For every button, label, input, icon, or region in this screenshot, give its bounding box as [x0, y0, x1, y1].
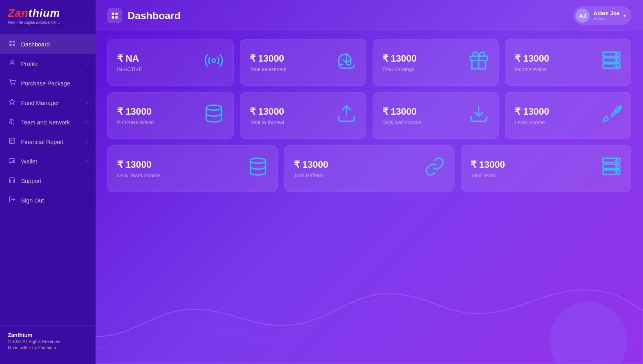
svg-point-5 — [11, 85, 12, 85]
user-badge[interactable]: AJ Adam Joe Admin ▾ — [573, 6, 631, 25]
handshake-icon — [336, 50, 357, 75]
wallet-icon — [8, 157, 16, 165]
logo: Zanthium Feel The Digital Experience ... — [0, 0, 96, 30]
chevron-right-icon3: › — [86, 119, 88, 125]
card-value-total-withdrawal: ₹ 13000 — [250, 106, 284, 117]
chevron-right-icon4: › — [86, 139, 88, 144]
user-name: Adam Joe — [593, 10, 620, 16]
svg-point-29 — [250, 158, 266, 163]
sidebar-label-financial: Financial Report — [21, 138, 64, 145]
chevron-right-icon2: › — [86, 100, 88, 105]
card-total-referral: ₹ 13000 Total Refferal — [284, 145, 455, 192]
logo-text: Zanthium — [8, 7, 88, 20]
user-role: Admin — [593, 16, 620, 21]
svg-rect-15 — [112, 16, 114, 19]
card-value-total-team: ₹ 13000 — [471, 159, 505, 170]
logo-tagline: Feel The Digital Experience ... — [8, 20, 88, 25]
card-value-income-wallet: ₹ 13000 — [515, 53, 549, 64]
header-grid-icon — [107, 8, 122, 23]
svg-point-26 — [206, 105, 221, 110]
database-icon — [204, 103, 224, 128]
sidebar-label-profile: Profile — [21, 60, 38, 67]
card-value-total-referral: ₹ 13000 — [294, 159, 328, 170]
chevron-right-icon5: › — [86, 158, 88, 164]
footer-copyright: © 2022 All Rights Reserved — [8, 339, 88, 344]
svg-point-17 — [212, 59, 215, 62]
upload-icon — [336, 103, 357, 128]
svg-rect-14 — [115, 13, 118, 15]
header-left: Dashboard — [107, 8, 181, 23]
sidebar-item-fund-manager[interactable]: Fund Manager › — [0, 93, 96, 112]
dashboard-content: ₹ NA IN-ACTIVE ₹ 13000 Total Investment — [96, 31, 643, 364]
cards-row-3: ₹ 13000 Daily Team Income ₹ 13000 Total … — [107, 145, 631, 192]
card-level-income: ₹ 13000 Level Income — [505, 92, 631, 139]
svg-point-4 — [11, 60, 13, 63]
card-label-level-income: Level Income — [515, 119, 549, 125]
header: Dashboard AJ Adam Joe Admin ▾ — [96, 0, 643, 31]
card-label-total-team: Total Team — [471, 172, 505, 178]
svg-rect-3 — [13, 44, 15, 46]
rocket-icon — [601, 103, 622, 128]
sidebar-item-dashboard[interactable]: Dashboard — [0, 34, 96, 54]
profile-icon — [8, 59, 16, 68]
sidebar-item-purchase-package[interactable]: Purchase Package — [0, 73, 96, 93]
card-value-daily-team-income: ₹ 13000 — [117, 159, 160, 170]
cylinder-icon — [248, 156, 268, 181]
page-title: Dashboard — [128, 10, 181, 22]
footer-made: Made with ♥ by Zanthium — [8, 345, 88, 350]
card-label-total-referral: Total Refferal — [294, 172, 328, 178]
card-label-total-earnings: Total Earnings — [382, 66, 417, 72]
sidebar-item-wallet[interactable]: Wallet › — [0, 151, 96, 171]
purchase-icon — [8, 79, 16, 87]
main-content: Dashboard AJ Adam Joe Admin ▾ ₹ NA IN-AC… — [96, 0, 643, 364]
chevron-down-icon: ▾ — [623, 13, 626, 18]
svg-point-24 — [616, 59, 617, 60]
svg-point-6 — [14, 85, 15, 85]
card-value-in-active: ₹ NA — [117, 53, 142, 64]
podcast-icon — [204, 50, 224, 75]
avatar: AJ — [576, 9, 590, 23]
svg-point-33 — [616, 160, 617, 161]
sidebar-label-dashboard: Dashboard — [21, 41, 50, 48]
sidebar-label-purchase: Purchase Package — [21, 80, 70, 87]
svg-point-9 — [13, 120, 14, 121]
card-total-investment: ₹ 13000 Total Investment — [240, 39, 366, 86]
sidebar: Zanthium Feel The Digital Experience ...… — [0, 0, 96, 364]
sidebar-label-fund: Fund Manager — [21, 99, 59, 106]
signout-icon — [8, 196, 16, 204]
svg-point-34 — [616, 165, 617, 167]
sidebar-label-support: Support — [21, 178, 42, 184]
svg-rect-11 — [9, 138, 15, 144]
card-purchase-wallet: ₹ 13000 Purchase Wallet — [107, 92, 234, 139]
grid-icon — [8, 40, 16, 48]
card-label-total-investment: Total Investment — [250, 66, 287, 72]
card-daily-team-income: ₹ 13000 Daily Team Income — [107, 145, 278, 192]
card-total-withdrawal: ₹ 13000 Total Withdrawl — [240, 92, 366, 139]
card-label-daily-team-income: Daily Team Income — [117, 172, 160, 178]
fund-icon — [8, 98, 16, 107]
sidebar-item-profile[interactable]: Profile › — [0, 54, 96, 73]
card-total-team: ₹ 13000 Total Team — [461, 145, 631, 192]
svg-point-25 — [616, 65, 617, 66]
support-icon — [8, 176, 16, 185]
sidebar-item-support[interactable]: Support — [0, 171, 96, 190]
sidebar-item-team-network[interactable]: Team and Network › — [0, 112, 96, 132]
user-info: Adam Joe Admin — [593, 10, 620, 21]
svg-rect-16 — [115, 16, 118, 19]
svg-rect-2 — [9, 44, 11, 46]
server-icon — [601, 50, 622, 75]
card-total-earnings: ₹ 13000 Total Earnings — [373, 39, 499, 86]
gift-icon — [469, 50, 489, 75]
card-label-daily-self-income: Daily Self Income — [382, 119, 422, 125]
sidebar-item-sign-out[interactable]: Sign Out — [0, 190, 96, 210]
card-label-purchase-wallet: Purchase Wallet — [117, 119, 154, 125]
team-icon — [8, 118, 16, 126]
card-value-level-income: ₹ 13000 — [515, 106, 549, 117]
card-label-total-withdrawal: Total Withdrawl — [250, 119, 284, 125]
cards-row-2: ₹ 13000 Purchase Wallet ₹ 13000 Total Wi… — [107, 92, 631, 139]
sidebar-nav: Dashboard Profile › Purchase Package Fun… — [0, 30, 96, 325]
card-value-daily-self-income: ₹ 13000 — [382, 106, 422, 117]
sidebar-label-team: Team and Network — [21, 119, 70, 126]
sidebar-item-financial-report[interactable]: Financial Report › — [0, 132, 96, 151]
svg-point-23 — [616, 53, 617, 55]
